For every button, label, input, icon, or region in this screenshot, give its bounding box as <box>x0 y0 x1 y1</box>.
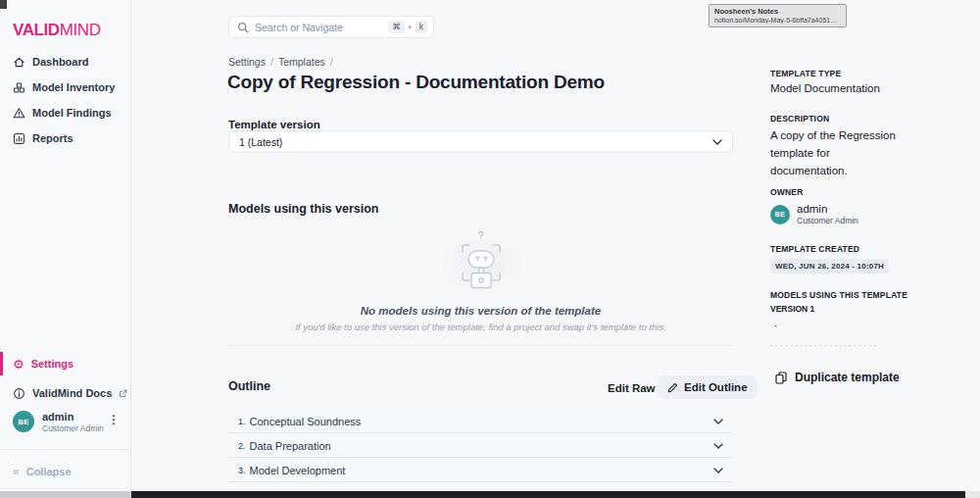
edit-outline-label: Edit Outline <box>684 381 748 393</box>
sidebar-collapse-button[interactable]: « Collapse <box>0 460 131 483</box>
robot-scan-icon <box>449 242 514 293</box>
models-using-label: MODELS USING THIS TEMPLATE <box>770 290 907 300</box>
chevron-down-icon[interactable] <box>713 468 723 473</box>
validmind-logo[interactable]: VALIDMIND <box>13 21 101 40</box>
outline-item-number: 2. <box>238 441 246 451</box>
breadcrumb-templates[interactable]: Templates <box>278 56 325 68</box>
owner-role: Customer Admin <box>797 216 858 225</box>
template-version-label: Template version <box>228 119 320 130</box>
sidebar-item-label: Dashboard <box>32 56 88 68</box>
empty-state-title: No models using this version of the temp… <box>228 305 733 317</box>
sidebar-item-dashboard[interactable]: Dashboard <box>0 49 131 75</box>
created-label: TEMPLATE CREATED <box>770 244 889 254</box>
outline-item-data-preparation[interactable]: 2. Data Preparation <box>228 435 733 458</box>
models-empty-value: - <box>774 321 907 330</box>
gear-icon: ⚙ <box>13 358 24 371</box>
models-section-heading: Models using this version <box>228 202 379 216</box>
sidebar-user-menu[interactable]: BE admin Customer Admin ⋮ <box>0 405 131 438</box>
bottom-edge-right <box>965 491 980 498</box>
owner-label: OWNER <box>770 187 858 197</box>
collapse-label: Collapse <box>26 466 72 477</box>
details-divider <box>770 345 876 346</box>
duplicate-template-label: Duplicate template <box>795 371 900 384</box>
outline-accordion: 1. Conceptual Soundness 2. Data Preparat… <box>228 411 733 484</box>
sidebar-item-model-findings[interactable]: Model Findings <box>0 100 131 125</box>
outline-item-conceptual-soundness[interactable]: 1. Conceptual Soundness <box>228 411 733 433</box>
outline-item-model-development[interactable]: 3. Model Development <box>228 460 733 482</box>
double-chevron-left-icon: « <box>13 466 20 477</box>
avatar: BE <box>13 411 34 432</box>
sidebar-item-reports[interactable]: Reports <box>0 125 131 151</box>
description-value: A copy of the Regression template for do… <box>770 127 900 179</box>
plus-separator: + <box>408 23 413 32</box>
outline-item-label: Data Preparation <box>250 440 713 452</box>
user-role: Customer Admin <box>42 423 104 433</box>
details-panel: TEMPLATE TYPE Model Documentation DESCRI… <box>770 0 966 491</box>
logo-light: MIND <box>60 21 101 39</box>
left-sidebar: VALIDMIND Dashboard Model Inventory Mode… <box>0 0 131 491</box>
empty-state-subtitle: If you'd like to use this version of the… <box>228 322 733 332</box>
external-link-icon <box>119 389 127 398</box>
question-mark: ? <box>449 230 514 241</box>
kebab-menu-icon[interactable]: ⋮ <box>108 414 120 425</box>
bar-chart-icon <box>13 132 25 145</box>
command-key: ⌘ <box>388 21 405 33</box>
page-title: Copy of Regression - Documentation Demo <box>227 72 605 93</box>
chevron-down-icon <box>712 139 722 145</box>
template-version-value: 1 (Latest) <box>239 136 712 148</box>
description-label: DESCRIPTION <box>770 114 900 124</box>
sidebar-item-settings[interactable]: ⚙ Settings <box>0 352 131 375</box>
edit-raw-button[interactable]: Edit Raw <box>608 376 656 400</box>
window-corner-artifact <box>0 0 7 9</box>
empty-state: ? No models using this version of the te… <box>228 225 733 332</box>
k-key: k <box>416 21 427 33</box>
breadcrumb-separator: / <box>330 56 333 68</box>
outline-heading: Outline <box>228 379 270 393</box>
sidebar-divider <box>0 449 131 450</box>
outline-item-number: 1. <box>238 417 246 426</box>
sidebar-item-label: Reports <box>32 132 74 144</box>
edit-outline-button[interactable]: Edit Outline <box>658 375 758 399</box>
copy-icon <box>775 372 787 384</box>
info-circle-icon <box>13 387 25 400</box>
created-date-badge: WED, JUN 26, 2024 - 10:07H <box>770 259 889 274</box>
active-indicator <box>0 352 3 375</box>
section-divider <box>228 345 733 346</box>
pencil-icon <box>667 382 678 393</box>
sidebar-item-model-inventory[interactable]: Model Inventory <box>0 75 131 100</box>
sidebar-item-label: Model Findings <box>32 107 112 119</box>
user-name: admin <box>42 411 104 423</box>
global-search[interactable]: ⌘ + k <box>228 16 434 38</box>
app-window: VALIDMIND Dashboard Model Inventory Mode… <box>0 0 980 498</box>
owner-name: admin <box>797 203 858 215</box>
chevron-down-icon[interactable] <box>713 419 723 424</box>
outline-item-number: 3. <box>238 466 246 475</box>
bottom-edge-left <box>0 491 131 498</box>
models-version-label: VERSION 1 <box>770 304 907 314</box>
bottom-edge <box>131 491 965 498</box>
sidebar-item-validmind-docs[interactable]: ValidMind Docs <box>0 381 131 405</box>
outline-item-label: Conceptual Soundness <box>250 416 713 427</box>
inventory-boxes-icon <box>13 81 25 94</box>
sidebar-item-label: Model Inventory <box>32 81 115 93</box>
search-input[interactable] <box>255 22 388 33</box>
template-version-select[interactable]: 1 (Latest) <box>228 130 733 153</box>
template-type-label: TEMPLATE TYPE <box>770 69 880 78</box>
breadcrumb-settings[interactable]: Settings <box>228 56 266 68</box>
chevron-down-icon[interactable] <box>713 443 723 449</box>
breadcrumb: Settings / Templates / <box>228 56 333 68</box>
sidebar-item-label: Settings <box>31 358 74 370</box>
duplicate-template-button[interactable]: Duplicate template <box>775 371 900 384</box>
outline-item-label: Model Development <box>250 465 713 476</box>
owner-avatar: BE <box>770 205 790 224</box>
sidebar-nav: Dashboard Model Inventory Model Findings… <box>0 49 131 151</box>
template-type-value: Model Documentation <box>770 82 880 94</box>
breadcrumb-separator: / <box>270 56 273 68</box>
sidebar-item-label: ValidMind Docs <box>32 387 112 399</box>
logo-bold: VALID <box>13 21 60 39</box>
home-icon <box>13 56 25 69</box>
search-icon <box>237 22 249 33</box>
warning-triangle-icon <box>13 107 25 120</box>
